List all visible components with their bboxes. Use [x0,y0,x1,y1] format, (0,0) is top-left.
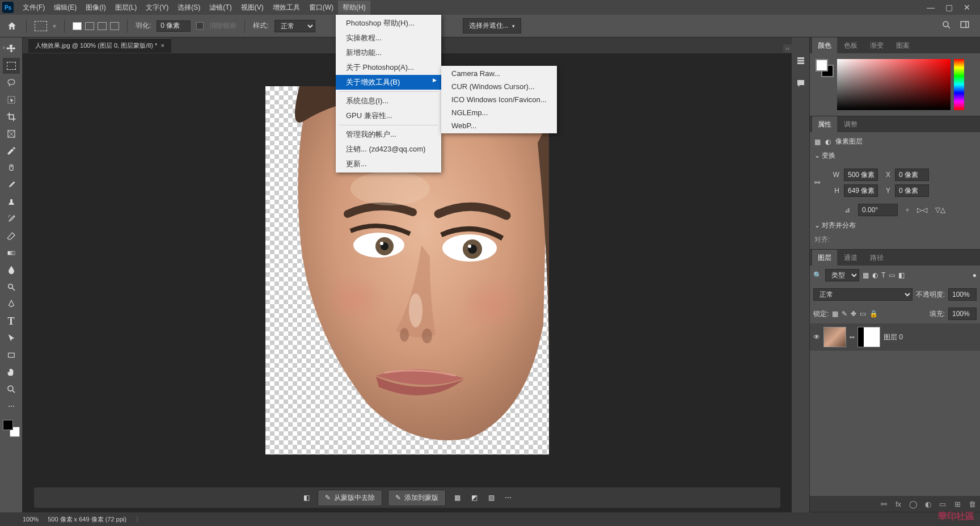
height-input[interactable] [844,184,878,197]
mask-icon-1[interactable]: ▦ [451,492,463,503]
adjustment-layer-icon[interactable]: ◐ [923,499,932,508]
eyedropper-tool[interactable] [3,143,20,159]
minimize-button[interactable]: — [927,3,935,11]
swatches-tab[interactable]: 色板 [838,37,863,54]
clone-stamp-tool[interactable] [3,194,20,210]
patterns-tab[interactable]: 图案 [890,37,915,54]
marquee-tool[interactable] [3,58,20,74]
menu-视图[interactable]: 视图(V) [236,1,268,15]
color-field[interactable] [837,59,951,110]
visibility-icon[interactable]: 👁 [813,333,820,341]
help-menu-item[interactable]: GPU 兼容性... [336,108,441,123]
help-menu-item[interactable]: 系统信息(I)... [336,94,441,108]
gradients-tab[interactable]: 渐变 [864,37,889,54]
menu-编辑[interactable]: 编辑(E) [49,1,81,15]
add-to-mask-button[interactable]: ✎添加到蒙版 [388,490,446,506]
menu-帮助[interactable]: 帮助(H) [338,1,370,15]
color-swap[interactable] [3,420,20,437]
zoom-level[interactable]: 100% [23,516,39,523]
filter-adjust-icon[interactable]: ◐ [872,271,878,279]
eraser-tool[interactable] [3,228,20,244]
submenu-item[interactable]: NGLEmp... [441,106,557,119]
blend-mode-select[interactable]: 正常 [813,288,913,301]
add-selection-icon[interactable] [85,22,94,30]
menu-文字[interactable]: 文字(Y) [141,1,173,15]
home-icon[interactable] [6,20,18,32]
hand-tool[interactable] [3,364,20,380]
y-input[interactable] [895,184,929,197]
flip-h-icon[interactable]: ▷◁ [917,206,927,214]
layer-row[interactable]: 👁 ⚯ 图层 0 [810,323,980,351]
color-tab[interactable]: 颜色 [812,37,837,54]
blur-tool[interactable] [3,262,20,278]
intersect-selection-icon[interactable] [110,22,119,30]
layer-mask-thumbnail[interactable] [858,327,880,347]
more-icon[interactable]: ⋯ [502,492,514,503]
adjustments-tab[interactable]: 调整 [838,116,863,133]
frame-tool[interactable] [3,126,20,142]
marquee-tool-icon[interactable] [35,21,47,31]
submenu-item[interactable]: Camera Raw... [441,67,557,80]
feather-input[interactable] [157,20,191,32]
lasso-tool[interactable] [3,75,20,91]
transform-section[interactable]: 变换 [814,151,975,161]
add-mask-icon[interactable]: ◯ [909,499,918,508]
brush-tool[interactable] [3,177,20,193]
search-icon[interactable] [941,20,952,32]
menu-图像[interactable]: 图像(I) [81,1,110,15]
new-layer-icon[interactable]: ⊞ [953,499,962,508]
filter-type-icon[interactable]: T [881,271,885,279]
move-tool[interactable] [3,41,20,57]
close-button[interactable]: ✕ [963,3,971,11]
hue-slider[interactable] [954,59,964,110]
history-icon[interactable] [795,54,807,67]
document-tab[interactable]: 人物效果.jpg @ 100% (图层 0, 图层蒙版/8) * × [28,38,171,53]
filter-smart-icon[interactable]: ◧ [898,271,905,279]
select-and-mask-button[interactable]: 选择并遮住... [463,18,521,33]
submenu-item[interactable]: ICO Windows Icon/Favicon... [441,93,557,106]
lock-position-icon[interactable]: ✎ [842,310,847,318]
menu-图层[interactable]: 图层(L) [111,1,142,15]
angle-input[interactable] [858,204,898,216]
subtract-selection-icon[interactable] [98,22,107,30]
x-input[interactable] [895,169,929,181]
layer-name[interactable]: 图层 0 [884,333,903,342]
menu-文件[interactable]: 文件(F) [18,1,49,15]
submenu-item[interactable]: WebP... [441,119,557,132]
align-section[interactable]: 对齐并分布 [814,221,975,230]
mask-icon-2[interactable]: ◩ [468,492,480,503]
path-selection-tool[interactable] [3,330,20,346]
help-menu-item[interactable]: 关于 Photoshop(A)... [336,60,441,75]
help-menu-item[interactable]: 管理我的帐户... [336,127,441,142]
properties-icon[interactable]: ◧ [301,492,312,503]
workspace-icon[interactable] [960,20,970,32]
history-brush-tool[interactable] [3,211,20,227]
help-menu-item[interactable]: 实操教程... [336,31,441,45]
paths-tab[interactable]: 路径 [864,250,889,266]
help-menu-item[interactable]: 更新... [336,157,441,171]
zoom-tool[interactable] [3,381,20,397]
healing-brush-tool[interactable] [3,160,20,176]
mask-icon-3[interactable]: ▧ [485,492,497,503]
help-menu-item[interactable]: 新增功能... [336,45,441,60]
comments-icon[interactable] [795,77,807,90]
layer-fx-icon[interactable]: fx [894,499,903,508]
rectangle-tool[interactable] [3,347,20,363]
filter-icon[interactable]: 🔍 [813,271,822,279]
collapse-panels-icon[interactable]: ‹‹ [783,44,792,53]
link-icon[interactable]: ⚯ [814,179,820,187]
foreground-color[interactable] [3,420,13,430]
opacity-input[interactable] [948,288,977,301]
edit-toolbar[interactable]: ⋯ [3,398,20,414]
filter-type-select[interactable]: 类型 [825,269,859,281]
group-icon[interactable]: ▭ [938,499,947,508]
submenu-item[interactable]: CUR (Windows Cursor)... [441,80,557,93]
menu-增效工具[interactable]: 增效工具 [268,1,305,15]
lock-pixels-icon[interactable]: ▦ [832,310,838,318]
filter-toggle[interactable]: ● [973,271,977,279]
menu-选择[interactable]: 选择(S) [173,1,205,15]
layer-thumbnail[interactable] [823,327,846,347]
help-menu-item[interactable]: 注销... (zd423@qq.com) [336,142,441,157]
link-layers-icon[interactable]: ⚯ [879,499,888,508]
lock-move-icon[interactable]: ✥ [851,310,856,318]
